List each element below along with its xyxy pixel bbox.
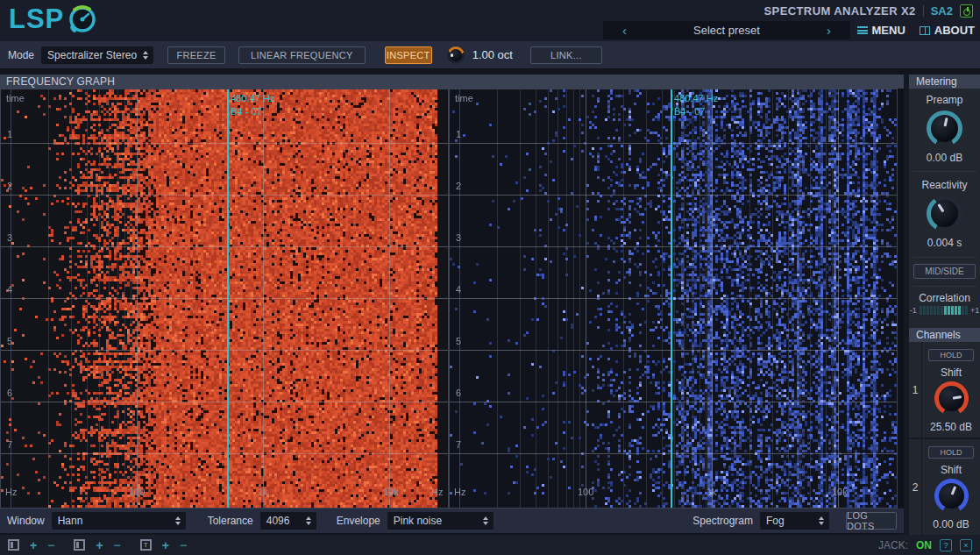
spinner-icon[interactable]: [306, 516, 311, 525]
detach-button[interactable]: ×: [960, 539, 972, 551]
correlation-segment: [958, 306, 961, 315]
jack-status: ON: [916, 539, 932, 551]
knob-indicator: [929, 473, 974, 518]
power-button[interactable]: [960, 4, 973, 18]
channel-2-block: 2 HOLD Shift 0.00 dB: [909, 439, 980, 536]
reactivity-value: 0.004 s: [909, 237, 980, 249]
preset-label[interactable]: Select preset: [693, 24, 760, 37]
link-button[interactable]: LINK...: [530, 46, 602, 64]
log-dots-button[interactable]: LOG DOTS: [846, 512, 897, 530]
spinner-icon[interactable]: [143, 51, 148, 60]
top-bar: LSP SPECTRUM ANALYZER X2 SA2 ‹ Select pr…: [0, 0, 980, 41]
correlation-segment: [937, 306, 940, 315]
correlation-max: +1: [970, 306, 979, 315]
spectrogram-right-canvas[interactable]: [449, 89, 898, 509]
window-value: Hann: [58, 515, 83, 527]
about-label: ABOUT: [934, 24, 975, 37]
inspect-button[interactable]: INSPECT: [385, 46, 432, 64]
spinner-icon[interactable]: [483, 516, 488, 525]
help-button[interactable]: ?: [940, 539, 952, 551]
menu-label: MENU: [872, 24, 905, 37]
zoom-in-button[interactable]: +: [162, 539, 169, 551]
spectrogram-select[interactable]: Fog: [760, 512, 829, 530]
zoom-out-button[interactable]: −: [114, 539, 121, 551]
channel-1-shift-knob[interactable]: [934, 381, 969, 416]
frequency-graph: time1234567Hz1001k10kHz480.47 HzB4 - 07 …: [0, 89, 904, 507]
knob-indicator: [932, 379, 971, 418]
spectrogram-panel-right[interactable]: time1234567Hz1001k10k480.47 HzB4 - 07: [449, 89, 896, 507]
correlation-segment: [923, 306, 926, 315]
correlation-segment: [948, 306, 950, 315]
zoom-out-button[interactable]: −: [47, 539, 54, 551]
tolerance-select[interactable]: 4096: [260, 512, 316, 530]
gauge-icon: [66, 3, 97, 36]
analysis-settings-bar: Window Hann Tolerance 4096 Envelope Pink…: [0, 509, 904, 533]
mode-label: Mode: [8, 49, 34, 61]
envelope-select[interactable]: Pink noise: [387, 512, 494, 530]
window-label: Window: [7, 515, 45, 527]
channel-1-shift-value: 25.50 dB: [922, 421, 980, 433]
zoom-in-button[interactable]: +: [96, 539, 103, 551]
about-button[interactable]: ABOUT: [920, 24, 975, 37]
zoom-out-button[interactable]: −: [180, 539, 187, 551]
correlation-min: -1: [910, 306, 917, 315]
page-title: SPECTRUM ANALYZER X2: [764, 4, 916, 18]
inspect-range-knob[interactable]: [447, 46, 465, 64]
hold-button[interactable]: HOLD: [928, 349, 974, 361]
plugin-badge: SA2: [931, 4, 953, 18]
channel-2-shift-value: 0.00 dB: [922, 518, 980, 530]
correlation-segment: [941, 306, 943, 315]
channel-number: 2: [909, 439, 922, 536]
top-nav: MENU ABOUT: [857, 21, 976, 39]
correlation-segment: [965, 306, 968, 315]
channel-number: 1: [909, 342, 922, 438]
status-bar: + − + − T + − JACK: ON ? ×: [0, 535, 980, 555]
frequency-graph-header: FREQUENCY GRAPH: [0, 75, 904, 89]
spectrogram-panel-left[interactable]: time1234567Hz1001k10kHz480.47 HzB4 - 07: [0, 89, 447, 507]
zoom-in-button[interactable]: +: [30, 539, 37, 551]
spinner-icon[interactable]: [175, 516, 181, 525]
freeze-button[interactable]: FREEZE: [167, 46, 225, 64]
spectrogram-left-canvas[interactable]: [0, 89, 449, 509]
reactivity-knob[interactable]: [927, 196, 962, 231]
spectrogram-value: Fog: [766, 515, 785, 527]
spectrogram-label: Spectrogram: [692, 515, 753, 527]
knob-indicator: [920, 189, 969, 238]
correlation-segment: [920, 306, 922, 315]
spinner-icon[interactable]: [819, 516, 824, 525]
metering-header: Metering: [909, 75, 980, 89]
reactivity-label: Reactivity: [909, 179, 980, 191]
preamp-value: 0.00 dB: [909, 152, 980, 164]
correlation-label: Correlation: [909, 292, 980, 304]
lsp-logo: LSP: [9, 3, 97, 36]
correlation-segment: [955, 306, 957, 315]
window-select[interactable]: Hann: [52, 512, 186, 530]
prev-preset-icon[interactable]: ‹: [622, 24, 627, 37]
preset-selector[interactable]: ‹ Select preset ›: [603, 21, 850, 39]
channel-2-shift-knob[interactable]: [934, 479, 969, 513]
toolbar: Mode Spectralizer Stereo FREEZE LINEAR F…: [0, 41, 980, 69]
mode-value: Spectralizer Stereo: [47, 49, 137, 61]
graph-scale-icon: [8, 539, 19, 551]
font-scale-icon: T: [140, 539, 152, 551]
tolerance-value: 4096: [266, 515, 290, 527]
sidebar: Metering Preamp 0.00 dB Reactivity 0.004…: [904, 75, 980, 535]
title-separator: [923, 5, 924, 17]
mid-side-button[interactable]: MID/SIDE: [913, 264, 976, 279]
preamp-knob[interactable]: [927, 110, 962, 146]
correlation-segment: [951, 306, 954, 315]
logo-text: LSP: [9, 4, 64, 35]
linear-frequency-button[interactable]: LINEAR FREQUENCY: [238, 46, 366, 64]
inspect-range-value: 1.00 oct: [472, 48, 513, 61]
channel-1-block: 1 HOLD Shift 25.50 dB: [909, 342, 980, 438]
hold-button[interactable]: HOLD: [928, 446, 974, 459]
envelope-value: Pink noise: [394, 515, 442, 527]
menu-button[interactable]: MENU: [857, 24, 905, 37]
mode-select[interactable]: Spectralizer Stereo: [41, 46, 153, 64]
shift-label: Shift: [922, 464, 980, 476]
close-x-icon: ×: [963, 541, 968, 550]
correlation-segment: [934, 306, 936, 315]
preamp-label: Preamp: [909, 94, 980, 106]
menu-icon: [857, 26, 868, 34]
next-preset-icon[interactable]: ›: [827, 24, 831, 37]
